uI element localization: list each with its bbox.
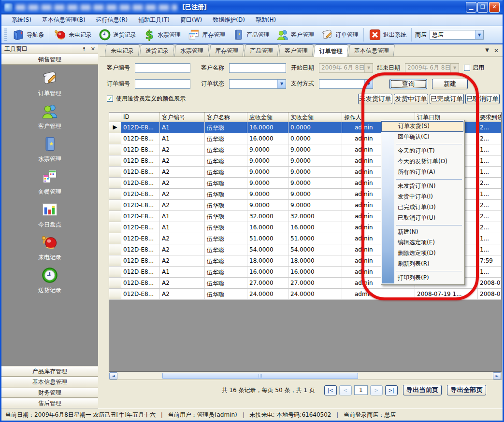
sidebar-item-水票管理[interactable]: 水票管理 <box>38 135 61 163</box>
customer-name-input[interactable] <box>229 63 286 73</box>
toolbar-button[interactable]: $水票管理 <box>140 28 184 42</box>
row-selector[interactable] <box>109 255 121 267</box>
close-icon[interactable]: ✕ <box>91 46 95 52</box>
shop-combobox[interactable]: 总店 ▼ <box>430 30 484 40</box>
menu-item[interactable]: 系统(S) <box>6 14 37 26</box>
context-menu-item[interactable]: 所有的订单(A) <box>381 167 463 178</box>
query-button[interactable]: 查询 <box>389 79 427 89</box>
table-row[interactable]: 012D-E8...A2伍华聪24.000024.0000admin2008-0… <box>109 289 502 300</box>
tab-送货记录[interactable]: 送货记录 <box>140 44 175 56</box>
chevron-down-icon[interactable]: ▼ <box>364 64 373 72</box>
context-menu-item[interactable]: 今天的订单(T) <box>381 146 463 156</box>
column-header[interactable]: 要求到货日期 <box>478 113 502 122</box>
column-header[interactable] <box>109 113 121 122</box>
column-header[interactable]: 实收金额 <box>288 113 342 122</box>
sidebar-group-sales[interactable]: 销售管理 <box>1 54 98 65</box>
filter-button-已取消订单[interactable]: 已取消订单 <box>465 94 500 104</box>
context-menu-item[interactable]: 刷新列表(R) <box>381 259 463 269</box>
sidebar-group-财务管理[interactable]: 财务管理 <box>1 387 98 398</box>
toolbar-button[interactable]: 退出系统 <box>365 28 410 42</box>
order-no-input[interactable] <box>135 79 190 89</box>
context-menu-item[interactable]: 已取消订单(U) <box>381 213 463 224</box>
sidebar-group-基本信息管理[interactable]: 基本信息管理 <box>1 377 98 387</box>
end-date-picker[interactable]: 2009年 6月 8日 ▼ <box>405 63 459 73</box>
sidebar-group-售后管理[interactable]: 售后管理 <box>1 398 98 408</box>
enable-checkbox[interactable] <box>464 65 470 71</box>
context-menu-item[interactable]: 打印列表(P) <box>381 273 463 283</box>
export-current-page-button[interactable]: 导出当前页 <box>403 385 442 395</box>
toolbar-button[interactable]: 来电记录 <box>51 28 95 42</box>
close-button[interactable]: ✕ <box>489 2 500 13</box>
order-status-combobox[interactable]: ▼ <box>229 79 286 89</box>
tab-基本信息管理[interactable]: 基本信息管理 <box>348 44 395 56</box>
row-selector[interactable] <box>109 178 121 189</box>
context-menu-item[interactable]: 已完成订单(D) <box>381 202 463 213</box>
sidebar-item-订单管理[interactable]: 订单管理 <box>38 70 61 98</box>
row-selector[interactable] <box>109 233 121 244</box>
restore-button[interactable]: ❐ <box>477 2 488 13</box>
context-menu-item[interactable]: 新建(N) <box>381 227 463 238</box>
context-menu-item[interactable]: 删除选定项(D) <box>381 248 463 259</box>
tab-客户管理[interactable]: 客户管理 <box>279 44 314 56</box>
menu-item[interactable]: 窗口(W) <box>175 14 207 26</box>
tab-订单管理[interactable]: 订单管理 <box>314 44 349 57</box>
export-all-pages-button[interactable]: 导出全部页 <box>447 385 486 395</box>
last-page-button[interactable]: >| <box>385 385 398 395</box>
column-header[interactable]: ID <box>121 113 160 122</box>
context-menu-item[interactable]: 未发货订单(N) <box>381 181 463 192</box>
start-date-picker[interactable]: 2009年 6月 8日 ▼ <box>319 63 373 73</box>
row-selector[interactable]: ▶ <box>109 122 121 133</box>
tab-库存管理[interactable]: 库存管理 <box>209 44 245 56</box>
tab-产品管理[interactable]: 产品管理 <box>244 44 279 56</box>
row-selector[interactable] <box>109 211 121 222</box>
row-selector[interactable] <box>109 244 121 255</box>
tab-close-icon[interactable]: ✕ <box>494 47 499 54</box>
customer-no-input[interactable] <box>135 63 190 73</box>
filter-button-未发货订单[interactable]: 未发货订单 <box>358 94 392 104</box>
menu-item[interactable]: 基本信息管理(B) <box>37 14 91 26</box>
row-selector[interactable] <box>109 289 121 300</box>
column-header[interactable]: 客户名称 <box>205 113 247 122</box>
scrollbar-thumb[interactable] <box>162 373 358 379</box>
toolbar-grip[interactable] <box>4 28 7 41</box>
menu-item[interactable]: 帮助(H) <box>250 14 281 26</box>
row-selector[interactable] <box>109 155 121 167</box>
sidebar-item-今日盘点[interactable]: 今日盘点 <box>38 201 61 229</box>
context-menu-item[interactable]: 回单确认(C) <box>381 132 463 142</box>
row-selector[interactable] <box>109 167 121 178</box>
pay-method-combobox[interactable]: ▼ <box>319 79 373 89</box>
row-selector[interactable] <box>109 267 121 278</box>
row-selector[interactable] <box>109 144 121 155</box>
sidebar-item-来电记录[interactable]: 来电记录 <box>38 234 61 262</box>
color-display-checkbox[interactable]: ✓ <box>107 96 113 102</box>
tab-水票管理[interactable]: 水票管理 <box>174 44 210 56</box>
context-menu-item[interactable]: 今天的发货订单(O) <box>381 156 463 167</box>
horizontal-scrollbar[interactable]: ◄ ► <box>109 372 502 380</box>
toolbar-button[interactable]: 导航条 <box>9 28 47 42</box>
page-number-input[interactable]: 1 <box>354 385 368 395</box>
column-header[interactable]: 应收金额 <box>247 113 288 122</box>
scroll-left-icon[interactable]: ◄ <box>109 372 117 380</box>
context-menu-item[interactable]: 订单发货(S) <box>381 121 463 132</box>
sidebar-item-客户管理[interactable]: 客户管理 <box>38 102 61 130</box>
toolbar-button[interactable]: 客户管理 <box>273 28 317 42</box>
toolbar-button[interactable]: 订单管理 <box>317 28 362 42</box>
toolbar-button[interactable]: 产品管理 <box>229 28 273 42</box>
chevron-down-icon[interactable]: ▼ <box>364 80 373 88</box>
row-selector[interactable] <box>109 222 121 233</box>
chevron-down-icon[interactable]: ▼ <box>450 64 459 72</box>
row-selector[interactable] <box>109 278 121 289</box>
chevron-down-icon[interactable]: ▼ <box>475 30 483 39</box>
prev-page-button[interactable]: < <box>339 385 352 395</box>
toolbar-button[interactable]: 库存管理 <box>184 28 229 42</box>
filter-button-发货中订单[interactable]: 发货中订单 <box>394 94 428 104</box>
tab-list-chevron-down-icon[interactable]: ▼ <box>485 47 489 54</box>
column-header[interactable]: 客户编号 <box>160 113 205 122</box>
new-button[interactable]: 新建 <box>432 79 468 89</box>
sidebar-item-送货记录[interactable]: 送货记录 <box>38 267 61 295</box>
filter-button-已完成订单[interactable]: 已完成订单 <box>430 94 464 104</box>
menu-item[interactable]: 数据维护(D) <box>207 14 250 26</box>
tab-来电记录[interactable]: 来电记录 <box>105 44 140 56</box>
context-menu-item[interactable]: 发货中订单(I) <box>381 192 463 202</box>
menu-item[interactable]: 运行信息(R) <box>91 14 133 26</box>
